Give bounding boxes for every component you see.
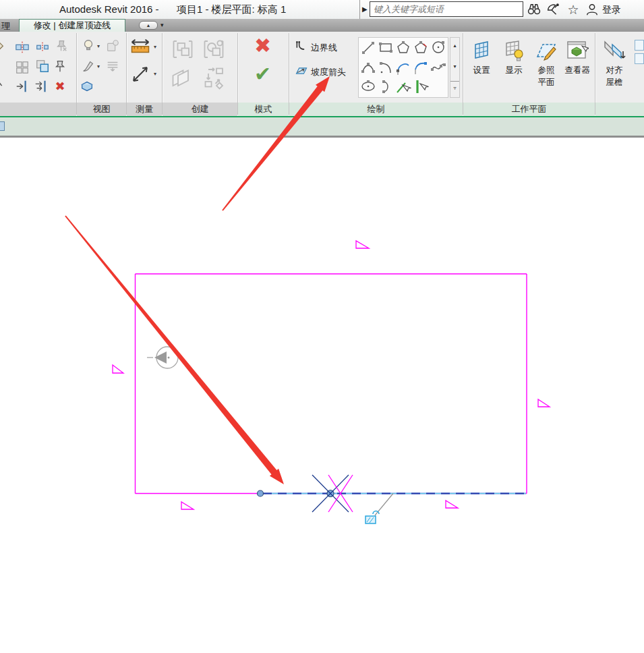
- align-eaves-label-line2: 屋檐: [606, 78, 623, 87]
- align-multiple-icon[interactable]: [34, 79, 49, 94]
- paste-region-icon[interactable]: [35, 59, 50, 74]
- viewer-label: 查看器: [564, 65, 590, 75]
- pick-walls-tool[interactable]: [412, 77, 430, 96]
- slope-arrow-label: 坡度箭头: [311, 67, 346, 77]
- search-input[interactable]: [370, 1, 523, 17]
- dropdown-icon[interactable]: ▾: [154, 44, 156, 50]
- panel-label-measure: 测量: [127, 103, 162, 116]
- delete-icon[interactable]: ✖: [53, 79, 67, 94]
- partial-button[interactable]: [635, 53, 644, 64]
- panel-label-draw: 绘制: [289, 103, 463, 116]
- panel-align-eaves: 对齐 屋檐: [595, 32, 644, 116]
- ribbon-collapse-button[interactable]: ▲: [139, 21, 158, 30]
- join-geometry-icon[interactable]: [35, 40, 50, 55]
- tab-modify-create-roof-footprint[interactable]: 修改 | 创建屋顶迹线: [19, 19, 125, 32]
- pin-icon[interactable]: [53, 59, 67, 74]
- draw-rectangle-tool[interactable]: [377, 38, 394, 57]
- panel-draw: 边界线 坡度箭头: [289, 32, 463, 116]
- show-work-plane-label: 显示: [506, 65, 523, 75]
- panel-view: ▾ ▾ 视图: [77, 32, 126, 116]
- measure-tape-icon[interactable]: [130, 37, 150, 57]
- options-bar-partial-icon: [0, 121, 5, 131]
- draw-fillet-arc-tool[interactable]: [412, 57, 430, 77]
- panel-modify-partial: ✖: [0, 32, 76, 116]
- set-work-plane-label: 设置: [473, 65, 490, 75]
- reference-plane-button[interactable]: 参照 平面: [531, 39, 562, 103]
- draw-arc-3pt-tool[interactable]: [359, 57, 377, 77]
- scroll-up-button[interactable]: ▴: [450, 39, 459, 53]
- partial-icon[interactable]: [0, 40, 5, 55]
- create-legend-disabled-icon: [202, 65, 227, 90]
- pick-lines-tool[interactable]: [394, 77, 412, 96]
- search-expand-icon[interactable]: ▶: [362, 5, 368, 13]
- boundary-line-icon: [295, 40, 308, 52]
- unpin-icon: [54, 38, 69, 53]
- viewer-button[interactable]: 查看器: [562, 39, 593, 103]
- app-title: Autodesk Revit 2016 -: [59, 3, 159, 15]
- tab-manage-partial[interactable]: 理: [0, 20, 15, 32]
- draw-grid-scrollbar: ▴ ▾ ▿: [450, 37, 460, 98]
- lightbulb-icon[interactable]: [81, 38, 96, 53]
- set-work-plane-icon: [470, 39, 493, 63]
- panel-mode: ✖ ✔ 模式: [238, 32, 289, 116]
- draw-circle-tool[interactable]: [430, 38, 447, 57]
- finish-edit-mode-button[interactable]: ✔: [254, 64, 271, 84]
- panel-label-modify: [0, 103, 76, 116]
- draw-circumscribed-polygon-tool[interactable]: [412, 38, 430, 57]
- slope-arrow-button[interactable]: 坡度箭头: [295, 64, 346, 80]
- dropdown-icon[interactable]: ▾: [154, 71, 156, 77]
- partial-button[interactable]: [635, 40, 644, 51]
- scroll-down-button[interactable]: ▾: [450, 60, 459, 74]
- cancel-edit-mode-button[interactable]: ✖: [254, 36, 271, 56]
- selection-box-icon[interactable]: [80, 79, 94, 94]
- draw-partial-ellipse-tool[interactable]: [377, 77, 394, 96]
- title-bar: Autodesk Revit 2016 - 项目1 - 楼层平面: 标高 1 ▶…: [0, 0, 644, 19]
- create-assembly-disabled-icon: [169, 65, 195, 90]
- login-button[interactable]: 登录: [602, 4, 621, 16]
- align-to-wall-icon[interactable]: [15, 79, 30, 94]
- show-work-plane-button[interactable]: 显示: [498, 39, 529, 103]
- ribbon-tab-row: 理 修改 | 创建屋顶迹线 ▲ ▾: [0, 19, 644, 32]
- create-group-disabled-icon: [171, 37, 195, 61]
- set-work-plane-button[interactable]: 设置: [466, 39, 497, 103]
- reference-plane-label-line1: 参照: [538, 65, 555, 75]
- reference-plane-icon: [535, 39, 558, 63]
- align-eaves-icon: [603, 39, 626, 63]
- expand-gallery-button[interactable]: ▿: [450, 81, 459, 94]
- align-eaves-button[interactable]: 对齐 屋檐: [597, 39, 631, 103]
- draw-inscribed-polygon-tool[interactable]: [394, 38, 412, 57]
- communication-center-icon[interactable]: [545, 2, 561, 17]
- underlay-disabled-icon: [105, 59, 120, 74]
- draw-spline-tool[interactable]: [430, 57, 447, 77]
- search-binoculars-icon[interactable]: [526, 2, 542, 17]
- ribbon-collapse-dropdown-icon[interactable]: ▾: [160, 22, 164, 28]
- panel-label-work-plane: 工作平面: [463, 103, 595, 116]
- draw-tangent-arc-tool[interactable]: [394, 57, 412, 77]
- panel-label-create: 创建: [163, 103, 237, 116]
- ribbon: ✖ ▾ ▾ 视图 ▾: [0, 32, 644, 116]
- titlebar-divider: [359, 0, 360, 19]
- drawing-canvas[interactable]: [0, 138, 644, 653]
- cut-geometry-icon[interactable]: [15, 40, 30, 55]
- window-title: Autodesk Revit 2016 - 项目1 - 楼层平面: 标高 1: [59, 3, 286, 16]
- favorites-star-icon[interactable]: ☆: [565, 2, 581, 17]
- sign-in-person-icon[interactable]: [584, 2, 600, 17]
- panel-label-align-eaves: [595, 103, 644, 116]
- split-squares-icon[interactable]: [15, 60, 30, 75]
- boundary-line-label: 边界线: [311, 42, 337, 53]
- panel-measure: ▾ ▾ 测量: [127, 32, 162, 116]
- dropdown-icon[interactable]: ▾: [97, 43, 100, 49]
- document-title: 项目1 - 楼层平面: 标高 1: [177, 3, 287, 15]
- draw-arc-center-ends-tool[interactable]: [377, 57, 394, 77]
- dropdown-icon[interactable]: ▾: [97, 63, 100, 69]
- draw-ellipse-tool[interactable]: [359, 77, 377, 96]
- partial-align-icon[interactable]: [0, 79, 7, 94]
- slope-arrow-icon: [295, 64, 308, 76]
- dimension-icon[interactable]: [130, 64, 150, 84]
- panel-work-plane: 设置 显示 参照 平面 查看器 工作平面: [463, 32, 595, 116]
- boundary-line-button[interactable]: 边界线: [295, 40, 337, 56]
- brush-icon[interactable]: [81, 59, 96, 74]
- draw-line-tool[interactable]: [359, 38, 377, 57]
- panel-label-view: 视图: [77, 103, 126, 116]
- align-eaves-label-line1: 对齐: [606, 65, 623, 75]
